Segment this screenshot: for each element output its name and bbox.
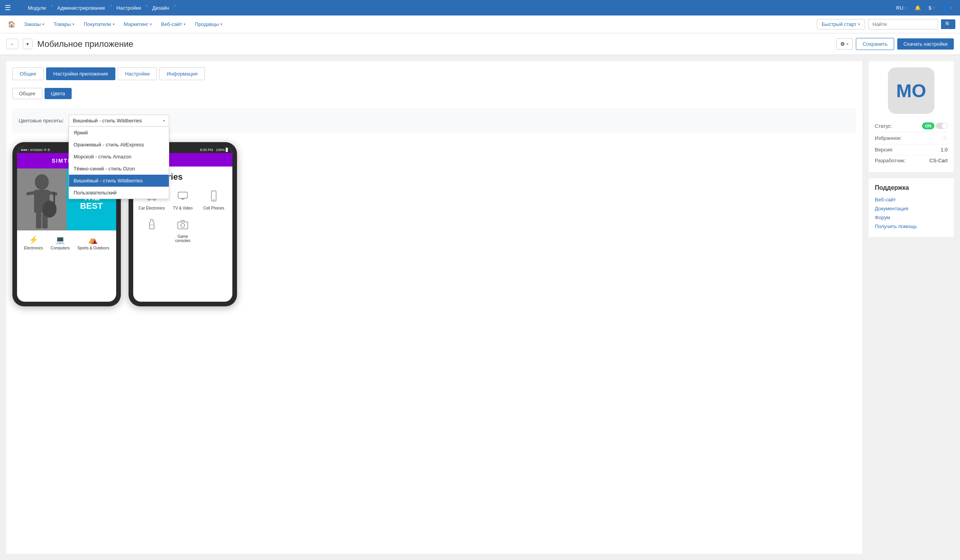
nav-orders[interactable]: Заказы ▾ (20, 20, 48, 29)
phone2-cat-camera-label: Game consoles (170, 234, 196, 243)
subtab-general[interactable]: Общее (12, 88, 42, 99)
developer-value: CS-Cart (929, 158, 948, 163)
camera-icon (177, 218, 189, 233)
status-toggle[interactable]: ON (922, 122, 948, 129)
top-navigation: ☰ Модули ▾ Администрирование ▾ Настройки… (0, 0, 960, 15)
cellphone-icon (208, 190, 220, 204)
tab-general[interactable]: Общее (12, 67, 44, 80)
page-title: Мобильное приложение (37, 39, 133, 49)
nav-products[interactable]: Товары ▾ (50, 20, 78, 29)
support-website-link[interactable]: Веб-сайт (875, 195, 948, 204)
nav-buyers[interactable]: Покупатели ▾ (80, 20, 118, 29)
svg-rect-12 (178, 192, 187, 198)
app-info-card: MO Статус: ON Избранное: ☆ Версия: 1.0 Р (869, 61, 954, 172)
lang-label: RU (896, 5, 903, 11)
gear-button[interactable]: ⚙ ▾ (836, 38, 853, 50)
status-label: Статус: (875, 123, 892, 129)
color-preset-label: Цветовые пресеты: (19, 118, 64, 124)
phone2-cat-tv: TV & Video (168, 187, 197, 213)
phone1-status-left: ●●●○ InVision ⟳ 8: (21, 148, 51, 152)
version-label: Версия: (875, 147, 893, 153)
tab-settings[interactable]: Настройки (118, 67, 157, 80)
save-button[interactable]: Сохранить (856, 38, 894, 50)
preset-option-wildberries[interactable]: Вишнёвый - стиль Wildberries (69, 175, 169, 187)
tv-icon (177, 190, 189, 204)
preset-option-aliexpress[interactable]: Оранжевый - стиль AliExpress (69, 139, 169, 151)
nav-modules[interactable]: Модули (25, 3, 49, 12)
color-preset-section: Цветовые пресеты: Вишнёвый - стиль Wildb… (12, 108, 856, 133)
cat-computers: 💻 Computers (51, 235, 70, 250)
support-help-link[interactable]: Получить помощь (875, 222, 948, 231)
home-icon[interactable]: 🏠 (5, 19, 19, 29)
sub-tabs: Общее Цвета (12, 88, 856, 99)
phone2-cat-phones-label: Cell Phones (203, 206, 224, 210)
nav-marketing[interactable]: Маркетинг ▾ (120, 20, 156, 29)
nav-admin[interactable]: Администрирование (54, 3, 108, 12)
cat-electronics-label: Electronics (24, 246, 43, 250)
support-forum-link[interactable]: Форум (875, 213, 948, 222)
search-button[interactable]: 🔍 (941, 19, 955, 29)
cat-computers-label: Computers (51, 246, 70, 250)
phone2-cat-drinks (137, 215, 167, 246)
selected-preset-label: Вишнёвый - стиль Wildberries (73, 118, 142, 124)
nav-settings[interactable]: Настройки (113, 3, 144, 12)
main-layout: Общее Настройки приложения Настройки Инф… (0, 55, 960, 560)
status-row: Статус: ON (875, 120, 948, 132)
favorite-label: Избранное: (875, 135, 902, 141)
logo-icon: ☰ (5, 3, 11, 12)
support-title: Поддержка (875, 184, 948, 191)
gear-icon: ⚙ (840, 41, 845, 47)
cat-sports-label: Sports & Outdoors (77, 246, 109, 250)
design-chevron: ▾ (174, 3, 176, 12)
dropdown-menu: Яркий Оранжевый - стиль AliExpress Морск… (69, 127, 169, 199)
subtab-colors[interactable]: Цвета (45, 88, 72, 99)
dropdown-trigger[interactable]: Вишнёвый - стиль Wildberries ▾ (69, 115, 169, 127)
content-area: Общее Настройки приложения Настройки Инф… (6, 61, 862, 554)
svg-point-19 (181, 223, 185, 227)
nav-sellers[interactable]: Продавцы ▾ (191, 20, 226, 29)
quick-start-button[interactable]: Быстрый старт ▾ (817, 19, 865, 29)
developer-row: Разработчик: CS-Cart (875, 155, 948, 166)
bottle-icon (146, 218, 158, 233)
dropdown-chevron: ▾ (163, 119, 165, 123)
phone2-cat-phones: Cell Phones (199, 187, 228, 213)
tab-info[interactable]: Информация (159, 67, 205, 80)
modules-chevron: ▾ (51, 3, 53, 12)
phone2-cat-car-label: Car Electronics (139, 206, 165, 210)
search-input[interactable] (868, 19, 938, 29)
preset-option-ozon[interactable]: Тёмно-синий - стиль Ozon (69, 163, 169, 175)
version-row: Версия: 1.0 (875, 144, 948, 155)
preset-option-custom[interactable]: Пользовательский (69, 187, 169, 199)
svg-point-1 (35, 174, 49, 190)
tab-app-settings[interactable]: Настройки приложения (46, 67, 115, 80)
cat-sports: ⛺ Sports & Outdoors (77, 235, 109, 250)
favorite-row: Избранное: ☆ (875, 132, 948, 144)
preset-option-bright[interactable]: Яркий (69, 127, 169, 139)
toggle-on-label: ON (922, 122, 935, 129)
phone2-cat-camera: Game consoles (168, 215, 197, 246)
developer-label: Разработчик: (875, 158, 905, 163)
phone1-banner-image (17, 168, 67, 230)
support-docs-link[interactable]: Документация (875, 204, 948, 213)
admin-chevron: ▾ (110, 3, 112, 12)
nav-design[interactable]: Дизайн (149, 3, 172, 12)
currency-button[interactable]: $ ▾ (926, 3, 938, 12)
version-value: 1.0 (941, 147, 948, 153)
back-button[interactable]: ← (6, 39, 18, 49)
phone2-cat-tv-label: TV & Video (173, 206, 192, 210)
download-settings-button[interactable]: Скачать настройки (897, 38, 954, 50)
sidebar: MO Статус: ON Избранное: ☆ Версия: 1.0 Р (869, 61, 954, 554)
preset-option-amazon[interactable]: Морской - стиль Amazon (69, 151, 169, 163)
star-icon[interactable]: ☆ (942, 134, 948, 142)
second-navigation: 🏠 Заказы ▾ Товары ▾ Покупатели ▾ Маркети… (0, 15, 960, 33)
phone1-categories: ⚡ Electronics 💻 Computers ⛺ Sports & Out… (17, 230, 116, 255)
nav-website[interactable]: Веб-сайт ▾ (157, 20, 189, 29)
notifications-button[interactable]: 🔔 (912, 3, 924, 12)
page-header: ← ▾ Мобильное приложение ⚙ ▾ Сохранить С… (0, 33, 960, 55)
color-preset-dropdown[interactable]: Вишнёвый - стиль Wildberries ▾ Яркий Ора… (69, 115, 169, 127)
header-dropdown-button[interactable]: ▾ (23, 39, 33, 49)
banner-title2: BEST (80, 202, 103, 210)
profile-button[interactable]: 👤 ▾ (939, 3, 955, 12)
cat-electronics: ⚡ Electronics (24, 235, 43, 250)
lang-button[interactable]: RU ▾ (893, 3, 910, 12)
